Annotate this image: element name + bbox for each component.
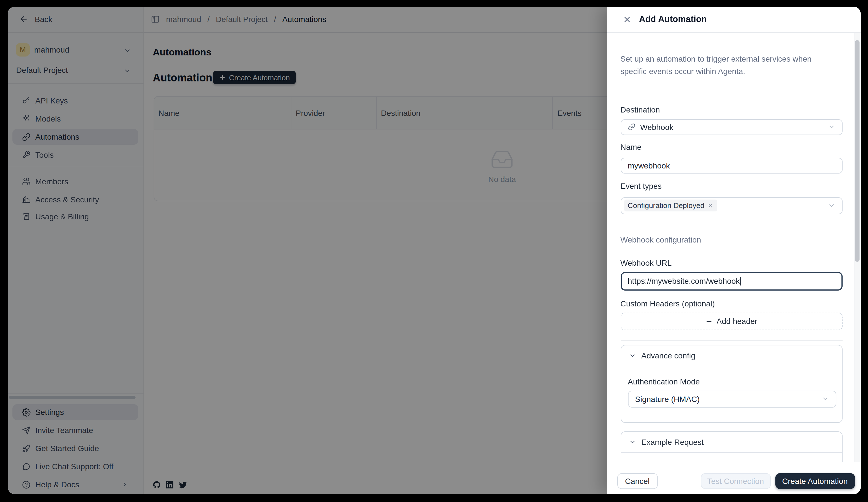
event-types-label: Event types: [620, 181, 662, 190]
test-connection-button[interactable]: Test Connection: [701, 473, 771, 489]
name-label: Name: [620, 142, 642, 151]
drawer-title: Add Automation: [639, 14, 707, 24]
plus-icon: [705, 318, 713, 325]
destination-select[interactable]: Webhook: [620, 119, 842, 135]
example-request-header[interactable]: Example Request: [621, 432, 842, 453]
drawer-scrollbar[interactable]: [854, 32, 860, 462]
advance-config-panel: Advance config Authentication Mode Signa…: [620, 344, 842, 423]
drawer-description: Set up an automation to trigger external…: [620, 52, 830, 77]
create-automation-submit-button[interactable]: Create Automation: [775, 473, 855, 489]
drawer-body: Set up an automation to trigger external…: [607, 32, 860, 462]
example-request-panel: Example Request EXAMPLE HTTP REQUEST POS…: [620, 431, 842, 462]
chevron-down-icon: [822, 395, 829, 402]
cancel-button[interactable]: Cancel: [617, 473, 658, 489]
name-input[interactable]: mywebhook: [620, 158, 842, 173]
chevron-down-icon: [629, 439, 636, 445]
advance-config-header[interactable]: Advance config: [621, 345, 842, 366]
app-window: Back M mahmoud Default Project API Keys …: [8, 7, 860, 494]
custom-headers-label: Custom Headers (optional): [620, 299, 715, 308]
text-cursor: [740, 277, 741, 285]
add-header-button[interactable]: Add header: [620, 312, 842, 330]
webhook-url-label: Webhook URL: [620, 258, 672, 267]
link-icon: [628, 123, 635, 131]
drawer-footer: Cancel Test Connection Create Automation: [607, 468, 860, 494]
chevron-down-icon: [629, 352, 636, 359]
event-types-select[interactable]: Configuration Deployed: [620, 197, 842, 214]
remove-tag-icon[interactable]: [708, 203, 714, 208]
authentication-mode-select[interactable]: Signature (HMAC): [628, 390, 836, 407]
scrollbar-thumb[interactable]: [855, 40, 859, 261]
close-icon[interactable]: [622, 14, 632, 24]
webhook-url-input[interactable]: https://mywebsite.com/webhook: [620, 272, 842, 290]
chevron-down-icon: [828, 123, 835, 131]
add-automation-drawer: Add Automation Set up an automation to t…: [607, 7, 860, 494]
screen: Back M mahmoud Default Project API Keys …: [0, 0, 868, 502]
divider: [620, 340, 842, 341]
authentication-mode-label: Authentication Mode: [628, 377, 700, 386]
destination-label: Destination: [620, 105, 660, 114]
webhook-configuration-title: Webhook configuration: [620, 235, 701, 244]
chevron-down-icon: [828, 202, 835, 209]
event-type-tag: Configuration Deployed: [624, 200, 717, 211]
